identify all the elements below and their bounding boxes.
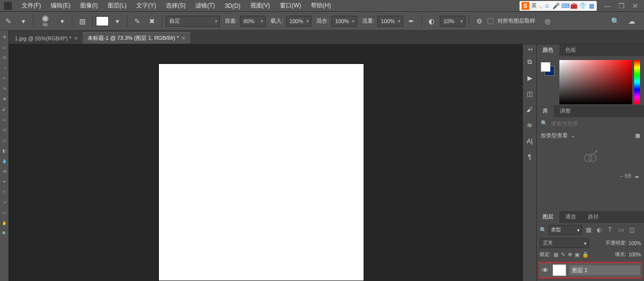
blend-dropdown[interactable]: 100%▾	[332, 16, 357, 27]
window-minimize-icon[interactable]: —	[603, 2, 613, 10]
tab-channels[interactable]: 通道	[559, 211, 582, 223]
wet-icon[interactable]: ◐	[425, 15, 438, 28]
color-picker[interactable]	[559, 60, 640, 104]
tool-text[interactable]: T	[0, 187, 9, 197]
tool-zoom[interactable]: 🔍	[0, 229, 9, 238]
ime-keyboard-icon[interactable]: ⌨	[561, 2, 568, 9]
load-dropdown[interactable]: 100%▾	[286, 16, 311, 27]
layer-visibility-icon[interactable]: 👁	[541, 266, 550, 274]
tool-dodge[interactable]: ◔	[0, 167, 9, 176]
brush-preview[interactable]: 86	[37, 13, 54, 30]
filter-adjust-icon[interactable]: ◐	[595, 225, 604, 234]
tool-crop[interactable]: ✂	[0, 74, 9, 83]
tolerance-dropdown[interactable]: 80%▾	[240, 16, 266, 27]
tool-eraser[interactable]: ▱	[0, 136, 9, 145]
menu-file[interactable]: 文件(F)	[17, 0, 46, 11]
menu-edit[interactable]: 编辑(E)	[46, 0, 75, 11]
fg-bg-swatches[interactable]	[541, 62, 554, 76]
filter-pixel-icon[interactable]: ▦	[584, 225, 593, 234]
foreground-swatch[interactable]	[96, 16, 109, 26]
panel-icon-brushes[interactable]: 🖌	[525, 104, 535, 114]
search-icon[interactable]: 🔍	[609, 15, 621, 28]
stroke-erase-icon[interactable]: ✖	[146, 15, 158, 28]
tab-paths[interactable]: 路径	[582, 211, 605, 223]
tool-shape[interactable]: ▭	[0, 208, 9, 218]
airbrush-icon[interactable]: ✒	[405, 15, 418, 28]
ime-grid-icon[interactable]: ▦	[588, 2, 595, 9]
tool-heal[interactable]: ✚	[0, 94, 9, 104]
tab-swatches[interactable]: 色板	[559, 44, 582, 56]
document-tab-1[interactable]: 1.jpg @ 55%(RGB/8*) * ×	[10, 32, 83, 44]
sample-all-checkbox[interactable]	[488, 18, 493, 24]
lock-artboard-icon[interactable]: ▣	[575, 251, 580, 258]
lock-brush-icon[interactable]: ✎	[561, 251, 565, 258]
tool-pen[interactable]: ✒	[0, 177, 9, 187]
tool-hand[interactable]: ✋	[0, 219, 9, 228]
menu-filter[interactable]: 滤镜(T)	[190, 0, 219, 11]
tab-layers[interactable]: 图层	[537, 211, 559, 223]
swatch-dropdown[interactable]: ▾	[111, 15, 123, 28]
close-icon[interactable]: ×	[182, 35, 185, 42]
canvas-page[interactable]	[159, 64, 364, 281]
brush-dropdown[interactable]: ▾	[56, 15, 68, 28]
window-close-icon[interactable]: ✕	[630, 2, 640, 10]
gear-icon[interactable]: ⚙	[473, 15, 486, 28]
brush-panel-icon[interactable]: ▨	[76, 15, 89, 28]
ime-toolbar[interactable]: S 英 ·, ☺ 🎤 ⌨ 🧰 👕 ▦	[520, 1, 597, 11]
tool-brush[interactable]: 🖌	[0, 105, 9, 114]
menu-window[interactable]: 窗口(W)	[275, 0, 306, 11]
cloud-sync-icon[interactable]: ☁	[634, 173, 639, 179]
target-icon[interactable]: ◎	[541, 15, 554, 28]
menu-view[interactable]: 视图(V)	[245, 0, 275, 11]
layer-name[interactable]: 图层 1	[569, 265, 640, 275]
share-icon[interactable]: ☁	[625, 15, 638, 28]
library-search-input[interactable]	[551, 121, 640, 126]
tool-indicator-icon[interactable]: ✎	[2, 15, 15, 28]
layer-item-1[interactable]: 👁 图层 1	[539, 262, 642, 279]
filter-search-icon[interactable]: 🔍	[540, 227, 547, 233]
tool-eyedrop[interactable]: ✎	[0, 84, 9, 94]
tool-gradient[interactable]: ◧	[0, 146, 9, 156]
menu-select[interactable]: 选择(S)	[161, 0, 190, 11]
tab-color[interactable]: 颜色	[537, 44, 559, 56]
filter-shape-icon[interactable]: ▭	[616, 225, 625, 234]
ime-skin-icon[interactable]: 👕	[579, 2, 586, 9]
tool-wand[interactable]: ✧	[0, 63, 9, 73]
panel-icon-brush-settings[interactable]: ≋	[525, 120, 535, 130]
panel-icon-paragraph[interactable]: ¶	[525, 152, 535, 161]
blend-mode-dropdown[interactable]: 正常 ▾	[540, 238, 589, 248]
lock-all-icon[interactable]: 🔒	[582, 251, 589, 258]
lock-pixels-icon[interactable]: ▦	[553, 251, 558, 258]
flow-dropdown[interactable]: 100%▾	[377, 16, 403, 27]
menu-layer[interactable]: 图层(L)	[103, 0, 132, 11]
tool-preset-dropdown[interactable]: ▾	[17, 15, 30, 28]
panel-icon-character[interactable]: A|	[525, 136, 535, 146]
grid-view-icon[interactable]: ▦	[635, 132, 640, 139]
wet-dropdown[interactable]: 10%▾	[440, 16, 465, 27]
tab-adjustments[interactable]: 调整	[554, 105, 577, 117]
foreground-color[interactable]	[541, 62, 551, 72]
filter-text-icon[interactable]: T	[606, 225, 614, 234]
tool-blur[interactable]: 💧	[0, 156, 9, 166]
collapse-arrow-icon[interactable]: ◂◂	[527, 46, 532, 51]
tab-library[interactable]: 库	[537, 105, 554, 117]
tool-lasso[interactable]: ʘ	[0, 53, 9, 62]
tool-marquee[interactable]: ▭	[0, 43, 9, 52]
menu-text[interactable]: 文字(Y)	[131, 0, 161, 11]
opacity-value[interactable]: 100%	[628, 241, 641, 246]
ime-toolbox-icon[interactable]: 🧰	[570, 2, 577, 9]
ime-lang-label[interactable]: 英	[531, 2, 537, 9]
panel-icon-history[interactable]: ⧉	[525, 57, 535, 67]
canvas-area[interactable]	[0, 44, 522, 281]
lock-position-icon[interactable]: ✥	[568, 251, 572, 258]
document-tab-2[interactable]: 未标题-1 @ 73.3% (图层 1, RGB/8#) * ×	[83, 32, 190, 44]
ime-mic-icon[interactable]: 🎤	[552, 2, 559, 9]
panel-icon-properties[interactable]: ◫	[525, 89, 535, 98]
hue-slider[interactable]	[634, 60, 640, 104]
saturation-field[interactable]	[559, 60, 632, 104]
tool-history[interactable]: ↺	[0, 125, 9, 135]
window-restore-icon[interactable]: ❐	[616, 2, 626, 10]
tool-path[interactable]: ↗	[0, 198, 9, 207]
layer-thumbnail[interactable]	[552, 264, 566, 276]
mode-dropdown[interactable]: 自定 ▾	[166, 16, 220, 27]
